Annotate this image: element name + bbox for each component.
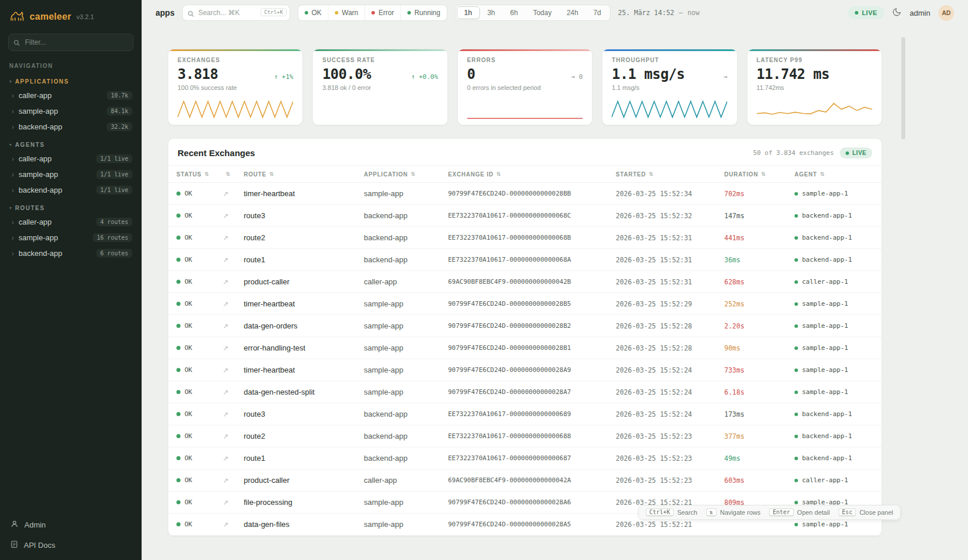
duration-cell: 6.18s [724,388,794,396]
time-range-button[interactable]: 3h [480,6,503,19]
column-header[interactable]: STARTED ⇅ [616,171,724,178]
agent-status-dot [794,236,798,240]
vertical-scrollbar[interactable] [901,37,905,139]
status-cell: OK [176,498,223,506]
section-header-routes[interactable]: ▾ ROUTES [0,198,142,214]
sidebar-item-api-docs[interactable]: API Docs [0,535,142,555]
filter-input[interactable] [8,34,133,51]
content: EXCHANGES 3.818 ↑ +1% 100.0% success rat… [142,26,882,536]
table-row[interactable]: OK ↗ route3 backend-app EE7322370A10617-… [168,403,882,425]
agent-status-dot [794,479,798,482]
sidebar-item-application[interactable]: › caller-app 10.7k [0,88,142,103]
table-row[interactable]: OK ↗ route1 backend-app EE7322370A10617-… [168,447,882,469]
open-exchange-icon[interactable]: ↗ [223,300,244,308]
exchange-id-cell: EE7322370A10617-000000000000068C [448,212,616,219]
table-row[interactable]: OK ↗ timer-heartbeat sample-app 90799F47… [168,293,882,315]
app-logo[interactable]: cameleer v3.2.1 [0,0,142,31]
open-exchange-icon[interactable]: ↗ [223,234,244,242]
sidebar-item-route[interactable]: › caller-app 4 routes [0,214,142,230]
open-exchange-icon[interactable]: ↗ [223,344,244,352]
agent-label: caller-app-1 [802,278,848,286]
sidebar-item-badge: 10.7k [107,91,132,100]
status-filter-chip[interactable]: Warn [328,5,364,20]
table-row[interactable]: OK ↗ route2 backend-app EE7322370A10617-… [168,227,882,249]
sidebar-item-application[interactable]: › sample-app 84.1k [0,103,142,119]
table-row[interactable]: OK ↗ product-caller caller-app 69AC90BF8… [168,271,882,293]
application-cell: sample-app [364,366,448,374]
sidebar-item-route[interactable]: › sample-app 16 routes [0,230,142,245]
open-exchange-icon[interactable]: ↗ [223,432,244,440]
open-exchange-icon[interactable]: ↗ [223,366,244,374]
exchange-id-cell: 90799F47E6CD24D-00000000000028B2 [448,322,616,330]
application-cell: sample-app [364,344,448,352]
table-row[interactable]: OK ↗ route1 backend-app EE7322370A10617-… [168,249,882,271]
table-row[interactable]: OK ↗ data-gen-orders sample-app 90799F47… [168,315,882,337]
stat-delta: ↑ +1% [274,73,293,81]
sidebar-item-admin[interactable]: Admin [0,515,142,535]
exchange-id-cell: EE7322370A10617-0000000000000688 [448,432,616,440]
open-exchange-icon[interactable]: ↗ [223,410,244,418]
status-dot [371,11,375,15]
route-cell: product-caller [244,277,364,286]
sidebar-item-agent[interactable]: › backend-app 1/1 live [0,182,142,198]
section-header-agents[interactable]: ▾ AGENTS [0,135,142,151]
status-cell: OK [176,521,223,528]
table-row[interactable]: OK ↗ route2 backend-app EE7322370A10617-… [168,425,882,447]
column-header[interactable]: EXCHANGE ID ⇅ [448,171,616,178]
column-label: AGENT [794,171,817,178]
open-exchange-icon[interactable]: ↗ [223,322,244,330]
table-row[interactable]: OK ↗ error-handling-test sample-app 9079… [168,337,882,359]
table-row[interactable]: OK ↗ timer-heartbeat sample-app 90799F47… [168,359,882,381]
open-exchange-icon[interactable]: ↗ [223,476,244,485]
status-filter-chip[interactable]: Running [400,5,447,20]
sparkline [757,99,872,121]
column-header[interactable]: DURATION ⇅ [724,171,794,178]
stat-card-body: THROUGHPUT 1.1 msg/s → 1.1 msg/s [602,51,736,125]
sidebar-item-route[interactable]: › backend-app 6 routes [0,245,142,261]
column-header[interactable]: APPLICATION ⇅ [364,171,448,178]
time-range-button[interactable]: 24h [559,6,586,19]
column-header[interactable]: ⇅ [223,171,244,177]
sidebar-item-agent[interactable]: › caller-app 1/1 live [0,151,142,167]
chip-label: Warn [342,9,358,17]
live-toggle[interactable]: LIVE [848,6,884,19]
open-exchange-icon[interactable]: ↗ [223,388,244,396]
open-exchange-icon[interactable]: ↗ [223,256,244,264]
agent-label: backend-app-1 [802,234,852,241]
status-cell: OK [176,322,223,330]
table-row[interactable]: OK ↗ data-gen-nested-split sample-app 90… [168,381,882,403]
column-header[interactable]: STATUS ⇅ [176,171,223,178]
date-range[interactable]: 25. März 14:52 — now [618,9,700,17]
sidebar-item-label: sample-app [19,233,58,242]
open-exchange-icon[interactable]: ↗ [223,278,244,286]
status-label: OK [185,432,192,440]
time-range-button[interactable]: Today [525,6,559,19]
open-exchange-icon[interactable]: ↗ [223,521,244,529]
time-range-button[interactable]: 7d [586,6,608,19]
column-header[interactable]: ROUTE ⇅ [244,171,364,178]
table-row[interactable]: OK ↗ product-caller caller-app 69AC90BF8… [168,469,882,492]
duration-cell: 702ms [724,190,794,198]
status-label: OK [185,234,192,241]
open-exchange-icon[interactable]: ↗ [223,498,244,507]
open-exchange-icon[interactable]: ↗ [223,190,244,198]
column-header[interactable]: AGENT ⇅ [794,171,873,178]
open-exchange-icon[interactable]: ↗ [223,212,244,220]
table-row[interactable]: OK ↗ route3 backend-app EE7322370A10617-… [168,205,882,227]
sidebar-item-agent[interactable]: › sample-app 1/1 live [0,167,142,182]
agent-label: backend-app-1 [802,256,852,263]
exchange-id-cell: EE7322370A10617-0000000000000687 [448,454,616,462]
section-header-applications[interactable]: ▾ APPLICATIONS [0,71,142,88]
table-row[interactable]: OK ↗ timer-heartbeat sample-app 90799F47… [168,183,882,205]
caret-down-icon: ▾ [9,79,12,84]
dark-mode-toggle[interactable] [893,7,902,19]
time-range-button[interactable]: 1h [457,6,480,19]
sidebar-item-application[interactable]: › backend-app 32.2k [0,119,142,135]
stat-title: EXCHANGES [178,57,293,63]
time-range-button[interactable]: 6h [503,6,525,19]
status-filter-chip[interactable]: OK [298,5,328,20]
avatar[interactable]: AD [938,5,954,21]
agent-label: sample-app-1 [802,366,848,374]
open-exchange-icon[interactable]: ↗ [223,454,244,463]
status-filter-chip[interactable]: Error [364,5,400,20]
